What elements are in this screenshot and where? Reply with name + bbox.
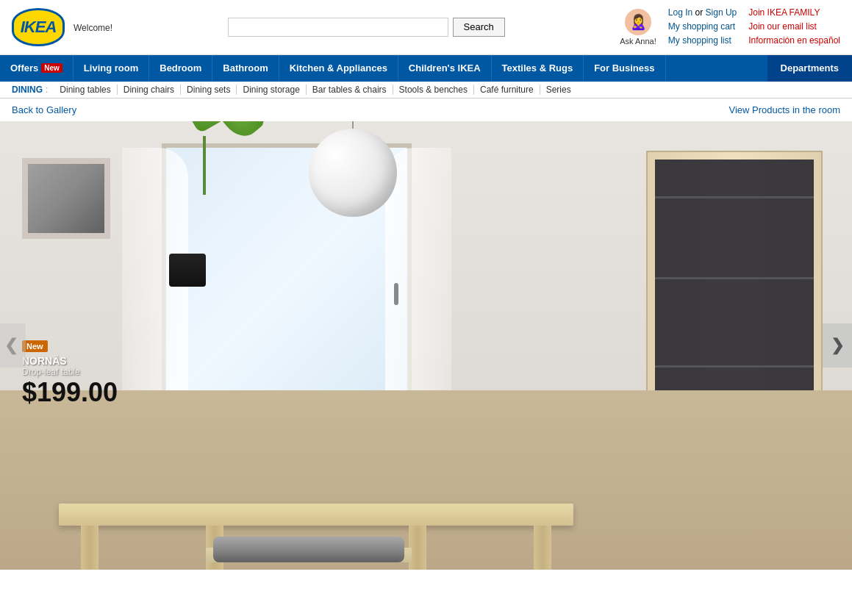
nav-spacer <box>666 55 767 82</box>
sub-nav-section: DINING <box>12 85 43 95</box>
user-area: 🙎‍♀️ Ask Anna! <box>620 9 656 46</box>
nav-departments[interactable]: Departments <box>767 55 852 82</box>
prev-arrow[interactable]: ❮ <box>0 323 26 368</box>
table-leg-4 <box>409 526 426 570</box>
anna-label: Ask Anna! <box>620 37 656 46</box>
new-badge: New <box>41 63 62 73</box>
anna-avatar: 🙎‍♀️ <box>625 9 651 35</box>
account-links: Log In or Sign Up My shopping cart My sh… <box>668 6 737 49</box>
nav-item-offers[interactable]: Offers New <box>0 55 74 82</box>
ikea-logo-text: IKEA <box>21 18 57 37</box>
join-ikea-family-link[interactable]: Join IKEA FAMILY <box>748 6 820 20</box>
sub-nav-colon: : <box>46 85 48 95</box>
next-arrow-icon: ❯ <box>831 336 844 355</box>
table-leg-1 <box>81 526 99 570</box>
search-input[interactable] <box>228 18 448 37</box>
bench-cover <box>213 537 404 562</box>
main-nav: Offers New Living room Bedroom Bathroom … <box>0 55 852 82</box>
sign-up-link[interactable]: Sign Up <box>706 7 737 18</box>
lamp <box>309 129 397 217</box>
sub-nav-cafe[interactable]: Café furniture <box>474 85 540 95</box>
header: IKEA Welcome! Search 🙎‍♀️ Ask Anna! Log … <box>0 0 852 55</box>
bench <box>206 548 412 562</box>
next-arrow[interactable]: ❯ <box>823 323 852 368</box>
nav-item-kitchen[interactable]: Kitchen & Appliances <box>279 55 398 82</box>
plant-pot <box>169 254 206 287</box>
sub-nav-dining-chairs[interactable]: Dining chairs <box>118 85 181 95</box>
product-tag: New NORNÄS Drop-leaf table $199.00 <box>22 340 118 408</box>
logo-area: IKEA Welcome! <box>12 8 112 46</box>
back-to-gallery-link[interactable]: Back to Gallery <box>12 104 76 115</box>
cabinet-shelf-2 <box>655 277 814 279</box>
cabinet-shelf-3 <box>655 365 814 368</box>
sub-nav-dining-sets[interactable]: Dining sets <box>181 85 237 95</box>
cabinet-shelf-1 <box>655 196 814 198</box>
shopping-list-link[interactable]: My shopping list <box>668 34 731 48</box>
plant <box>169 195 206 287</box>
login-signup-line: Log In or Sign Up <box>668 6 737 20</box>
sub-nav-series[interactable]: Series <box>540 85 577 95</box>
join-email-link[interactable]: Join our email list <box>748 20 817 34</box>
nav-item-bedroom[interactable]: Bedroom <box>149 55 212 82</box>
log-in-link[interactable]: Log In <box>668 7 692 18</box>
product-description: Drop-leaf table <box>22 367 118 377</box>
room-wall <box>0 121 852 390</box>
view-products-link[interactable]: View Products in the room <box>729 104 841 115</box>
search-button[interactable]: Search <box>453 18 505 37</box>
sub-nav-bar-tables[interactable]: Bar tables & chairs <box>307 85 393 95</box>
picture-frame <box>22 158 110 239</box>
lamp-cord <box>352 121 354 129</box>
product-price: $199.00 <box>22 377 118 408</box>
plant-stem <box>203 136 206 195</box>
window-handle <box>394 283 398 305</box>
ikea-family-links: Join IKEA FAMILY Join our email list Inf… <box>748 6 840 49</box>
table-leg-2 <box>534 526 551 570</box>
nav-item-textiles[interactable]: Textiles & Rugs <box>492 55 584 82</box>
room-image: New NORNÄS Drop-leaf table $199.00 <box>0 121 852 570</box>
picture-inner <box>28 164 104 233</box>
offers-label: Offers <box>10 62 38 74</box>
nav-item-childrens[interactable]: Children's IKEA <box>398 55 492 82</box>
ikea-logo[interactable]: IKEA <box>12 8 65 46</box>
welcome-area: Welcome! <box>74 21 112 33</box>
prev-arrow-icon: ❮ <box>4 336 18 355</box>
product-name: NORNÄS <box>22 355 118 367</box>
main-image-container: New NORNÄS Drop-leaf table $199.00 ❮ ❯ <box>0 121 852 570</box>
leaf-4 <box>212 121 266 143</box>
sub-nav: DINING : Dining tables Dining chairs Din… <box>0 82 852 99</box>
gallery-bar: Back to Gallery View Products in the roo… <box>0 99 852 121</box>
welcome-text: Welcome! <box>74 23 112 33</box>
sub-nav-stools[interactable]: Stools & benches <box>393 85 474 95</box>
sub-nav-dining-storage[interactable]: Dining storage <box>237 85 306 95</box>
sub-nav-dining-tables[interactable]: Dining tables <box>54 85 117 95</box>
nav-item-living-room[interactable]: Living room <box>74 55 149 82</box>
lamp-shade <box>309 129 397 217</box>
search-area: Search <box>228 18 505 37</box>
nav-item-bathroom[interactable]: Bathroom <box>212 55 279 82</box>
new-badge: New <box>22 340 48 352</box>
dining-table <box>59 504 573 526</box>
or-text: or <box>695 7 706 18</box>
shopping-cart-link[interactable]: My shopping cart <box>668 20 735 34</box>
espanol-link[interactable]: Información en español <box>748 34 840 48</box>
nav-item-for-business[interactable]: For Business <box>584 55 665 82</box>
